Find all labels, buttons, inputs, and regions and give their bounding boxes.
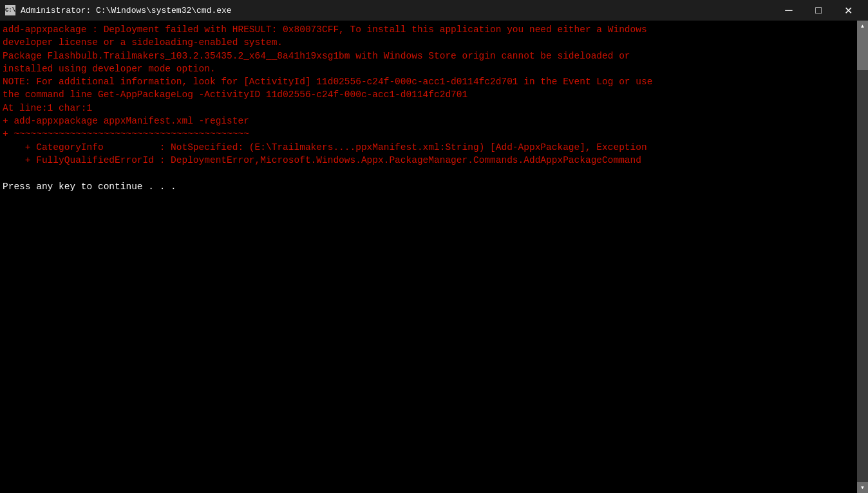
scroll-up-button[interactable]: ▲ — [857, 21, 868, 32]
window-icon: C:\ — [5, 5, 15, 15]
title-bar: C:\ Administrator: C:\Windows\system32\c… — [0, 0, 868, 21]
scroll-track[interactable] — [857, 32, 868, 482]
scrollbar[interactable]: ▲ ▼ — [857, 21, 868, 493]
cmd-window: C:\ Administrator: C:\Windows\system32\c… — [0, 0, 868, 493]
terminal-output[interactable]: add-appxpackage : Deployment failed with… — [0, 21, 857, 493]
maximize-button[interactable]: □ — [804, 0, 833, 21]
window-controls: ─ □ ✕ — [774, 0, 863, 21]
minimize-button[interactable]: ─ — [774, 0, 804, 21]
terminal-text: add-appxpackage : Deployment failed with… — [3, 23, 854, 193]
scroll-thumb[interactable] — [857, 32, 868, 70]
window-title: Administrator: C:\Windows\system32\cmd.e… — [21, 6, 774, 15]
close-button[interactable]: ✕ — [833, 0, 863, 21]
content-area: add-appxpackage : Deployment failed with… — [0, 21, 868, 493]
scroll-down-button[interactable]: ▼ — [857, 482, 868, 493]
